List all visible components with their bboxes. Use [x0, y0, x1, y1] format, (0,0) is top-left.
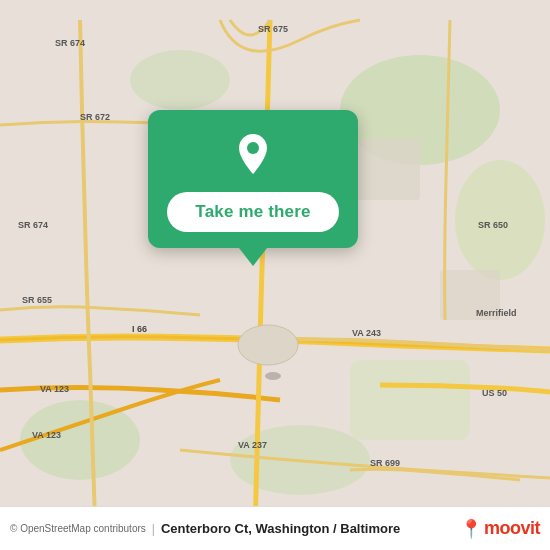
svg-text:VA 123: VA 123	[40, 384, 69, 394]
svg-text:SR 699: SR 699	[370, 458, 400, 468]
svg-point-2	[20, 400, 140, 480]
svg-text:SR 672: SR 672	[80, 112, 110, 122]
moovit-pin-icon: 📍	[460, 518, 482, 540]
svg-text:Merrifield: Merrifield	[476, 308, 517, 318]
popup-card: Take me there	[148, 110, 358, 248]
bottom-bar: © OpenStreetMap contributors | Centerbor…	[0, 506, 550, 550]
copyright-text: © OpenStreetMap contributors	[10, 523, 146, 534]
svg-text:VA 123: VA 123	[32, 430, 61, 440]
svg-text:VA 237: VA 237	[238, 440, 267, 450]
separator: |	[152, 522, 155, 536]
svg-point-4	[130, 50, 230, 110]
svg-text:SR 674: SR 674	[55, 38, 85, 48]
moovit-brand-text: moovit	[484, 518, 540, 539]
svg-text:VA 243: VA 243	[352, 328, 381, 338]
svg-text:US 50: US 50	[482, 388, 507, 398]
svg-text:SR 655: SR 655	[22, 295, 52, 305]
moovit-logo: 📍 moovit	[460, 518, 540, 540]
svg-point-27	[247, 142, 259, 154]
svg-text:SR 675: SR 675	[258, 24, 288, 34]
svg-text:I 66: I 66	[132, 324, 147, 334]
take-me-there-button[interactable]: Take me there	[167, 192, 338, 232]
map-svg: SR 674 SR 675 SR 672 Vienna SR 674 SR 65…	[0, 0, 550, 550]
svg-text:SR 674: SR 674	[18, 220, 48, 230]
svg-rect-5	[350, 360, 470, 440]
map-container: SR 674 SR 675 SR 672 Vienna SR 674 SR 65…	[0, 0, 550, 550]
location-pin-icon	[227, 128, 279, 180]
svg-point-10	[238, 325, 298, 365]
location-name: Centerboro Ct, Washington / Baltimore	[161, 521, 400, 536]
svg-text:SR 650: SR 650	[478, 220, 508, 230]
svg-point-26	[265, 372, 281, 380]
